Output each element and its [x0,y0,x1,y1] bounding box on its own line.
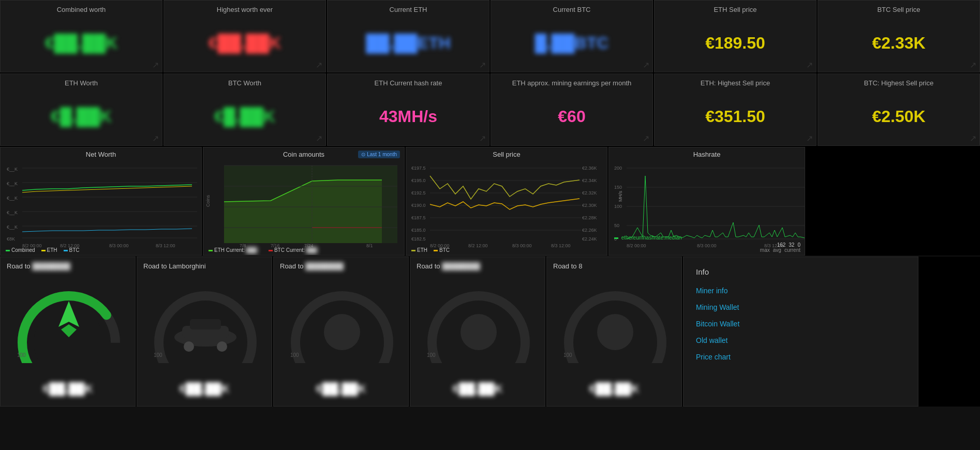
road-card-1-gauge: 100 [7,280,129,363]
eth-worth-title: ETH Worth [9,79,154,87]
btc-highest-sell-value: €2.50K [826,92,971,141]
svg-text:€2.34K: €2.34K [582,178,597,183]
highest-worth-value: €██.██K [172,19,317,68]
btc-worth: BTC Worth€█.██K↗ [164,73,326,146]
eth-highest-sell: ETH: Highest Sell price€351.50↗ [654,73,816,146]
svg-point-77 [217,341,227,352]
info-title: Info [696,267,905,276]
hashrate-stat-avg-label: avg [773,247,781,253]
current-eth-value: ██.██ETH [336,19,481,68]
road-card-3: Road to ████████ 100 €██.██K [273,257,409,407]
hashrate-stat-avg-val: 32 [789,242,794,248]
road-card-3-gauge: 100 [280,280,402,363]
svg-text:€__K: €__K [7,167,18,172]
mining-wallet-link[interactable]: Mining Wallet [696,303,905,311]
road-card-5-value: €██.██K [589,382,640,396]
corner-arrow: ↗ [152,60,159,70]
hashrate-stat-current-val: 0 [797,242,800,248]
current-btc-title: Current BTC [499,6,644,13]
coin-amounts-chart: Coin amounts ⊙ Last 1 month Coins 7/8 7/… [203,147,405,256]
price-chart-link[interactable]: Price chart [696,353,905,361]
svg-point-76 [184,341,194,352]
svg-text:€8K: €8K [7,236,15,242]
eth-highest-sell-value: €351.50 [663,92,808,141]
svg-text:100: 100 [290,352,299,358]
road-card-5: Road to 8 100 €██.██K [546,257,682,407]
svg-text:€195.0: €195.0 [411,178,426,183]
eth-worth: ETH Worth€█.██K↗ [0,73,162,146]
old-wallet-link[interactable]: Old wallet [696,336,905,344]
current-eth-title: Current ETH [336,6,481,13]
coin-amounts-badge: ⊙ Last 1 month [358,151,400,158]
svg-text:Coins: Coins [205,194,211,207]
road-card-1-value: €██.██K [43,382,93,396]
svg-text:€197.5: €197.5 [411,166,426,171]
stats-row2: ETH Worth€█.██K↗BTC Worth€█.██K↗ETH Curr… [0,73,980,147]
svg-text:150: 150 [614,185,622,190]
current-btc: Current BTC█.██BTC↗ [491,0,653,72]
hashrate-stat-max-label: max [760,247,770,253]
svg-text:€185.0: €185.0 [411,228,426,233]
corner-arrow: ↗ [316,133,322,143]
svg-text:8/3 00:00: 8/3 00:00 [512,243,532,248]
corner-arrow: ↗ [806,60,813,70]
btc-worth-title: BTC Worth [172,79,317,87]
btc-highest-sell: BTC: Highest Sell price€2.50K↗ [818,73,980,146]
combined-worth-title: Combined worth [9,6,154,13]
btc-worth-value: €█.██K [172,92,317,141]
coin-amounts-legend: ETH Current: ███ BTC Current: ███ [209,247,317,253]
net-worth-chart: Net Worth €__K €__K €__K €__K €__K €8K 8… [0,147,202,256]
bitcoin-wallet-link[interactable]: Bitcoin Wallet [696,320,905,328]
svg-rect-75 [190,319,221,329]
corner-arrow: ↗ [970,60,976,70]
svg-text:€__K: €__K [7,224,18,230]
svg-text:50: 50 [614,223,619,228]
road-card-3-title: Road to ████████ [280,262,402,270]
btc-sell-price: BTC Sell price€2.33K↗ [818,0,980,72]
net-worth-title: Net Worth [6,151,196,158]
eth-mining-title: ETH approx. mining earnings per month [499,79,644,87]
svg-text:100: 100 [17,352,26,358]
svg-text:€182.5: €182.5 [411,236,426,242]
hashrate-title: Hashrate [614,151,799,158]
combined-worth: Combined worth€██.██K↗ [0,0,162,72]
eth-highest-sell-title: ETH: Highest Sell price [663,79,808,87]
svg-text:100: 100 [427,352,436,358]
svg-text:€2.28K: €2.28K [582,215,597,220]
corner-arrow: ↗ [479,60,486,70]
btc-sell-price-title: BTC Sell price [826,6,971,13]
sell-price-title: Sell price [411,151,602,158]
svg-text:MH/s: MH/s [618,191,623,202]
road-card-1-title: Road to ████████ [7,262,129,270]
road-card-4-title: Road to ████████ [417,262,539,270]
charts-row: Net Worth €__K €__K €__K €__K €__K €8K 8… [0,147,980,256]
miner-info-link[interactable]: Miner info [696,287,905,295]
sell-price-chart: Sell price €197.5 €195.0 €192.5 €190.0 €… [406,147,607,256]
road-card-2-value: €██.██K [180,382,230,396]
bottom-row: Road to ████████ 100 €██.██K Road to Lam… [0,257,980,407]
road-card-4-gauge: 100 [417,280,539,363]
corner-arrow: ↗ [316,60,322,70]
sell-price-legend: ETH BTC [411,247,450,253]
svg-text:€2.30K: €2.30K [582,203,597,208]
svg-text:200: 200 [614,166,622,171]
svg-text:8/3 12:00: 8/3 12:00 [156,243,175,248]
eth-mining-value: €60 [499,92,644,141]
eth-hashrate-title: ETH Current hash rate [336,79,481,87]
hashrate-stat-max-val: 162 [777,242,786,248]
svg-text:100: 100 [563,352,572,358]
svg-point-86 [597,314,633,350]
road-card-2: Road to Lamborghini 100 €██.██K [137,257,272,407]
eth-mining: ETH approx. mining earnings per month€60… [491,73,653,146]
info-panel: Info Miner info Mining Wallet Bitcoin Wa… [683,257,918,407]
corner-arrow: ↗ [970,133,976,143]
hashrate-chart: Hashrate 200 150 100 50 0 MH/s 8/2 00:00… [608,147,805,256]
svg-text:€192.5: €192.5 [411,190,426,196]
road-card-5-gauge: 100 [553,280,675,363]
stats-row1: Combined worth€██.██K↗Highest worth ever… [0,0,980,73]
corner-arrow: ↗ [643,133,649,143]
corner-arrow: ↗ [479,133,486,143]
highest-worth: Highest worth ever€██.██K↗ [164,0,326,72]
svg-text:8/3 00:00: 8/3 00:00 [109,243,129,248]
svg-text:100: 100 [154,352,162,358]
